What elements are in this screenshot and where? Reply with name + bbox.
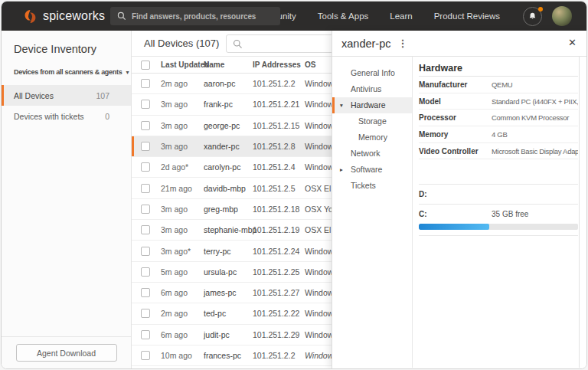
disk-list: D:C:35 GB free — [419, 185, 578, 236]
sidebar-item-count: 107 — [96, 91, 109, 100]
disk-usage-bar — [419, 224, 578, 230]
panel-nav-label: Hardware — [351, 100, 386, 110]
disk-label: C: — [419, 210, 492, 218]
detail-panel-content: Hardware ManufacturerQEMUModelStandard P… — [413, 57, 586, 368]
agent-download-button[interactable]: Agent Download — [16, 344, 117, 362]
row-checkbox[interactable] — [141, 247, 150, 256]
panel-nav-tickets[interactable]: Tickets — [332, 178, 412, 194]
disk-label: D: — [419, 190, 492, 198]
row-checkbox[interactable] — [141, 225, 150, 234]
panel-nav-general-info[interactable]: General Info — [332, 65, 412, 81]
cell-last-updated: 10m ago — [161, 351, 204, 360]
bell-icon — [528, 11, 537, 21]
cell-ip: 101.251.2.29 — [253, 330, 305, 339]
user-avatar[interactable] — [552, 6, 572, 26]
row-checkbox[interactable] — [141, 142, 150, 151]
cell-ip: 101.251.2.24 — [253, 247, 305, 256]
row-checkbox[interactable] — [141, 309, 150, 318]
cell-last-updated: 3m ago* — [161, 247, 204, 256]
notification-dot — [538, 7, 543, 11]
cell-ip: 101.251.2.8 — [253, 142, 305, 151]
cell-last-updated: 3m ago — [161, 205, 204, 214]
sidebar-item-all-devices[interactable]: All Devices107 — [2, 85, 131, 106]
cell-name: james-pc — [204, 288, 253, 297]
scanner-filter-label: Devices from all scanners & agents — [14, 68, 122, 76]
app-window: spiceworks Find answers, products, resou… — [1, 1, 587, 369]
panel-nav-storage[interactable]: Storage — [332, 113, 412, 129]
detail-panel-body: General InfoAntivirus▾HardwareStorageMem… — [332, 57, 586, 368]
spec-row-video-controller: Video ControllerMicrosoft Basic Display … — [419, 143, 578, 160]
scanner-filter-dropdown[interactable]: Devices from all scanners & agents ▾ — [2, 55, 131, 85]
disk-row-c: C:35 GB free — [419, 205, 578, 236]
cell-name: frank-pc — [204, 100, 253, 109]
row-checkbox[interactable] — [141, 100, 150, 109]
panel-nav-software[interactable]: ▸Software — [332, 162, 412, 178]
sidebar-item-count: 0 — [105, 112, 109, 121]
cell-name: stephanie-mbp — [204, 225, 253, 234]
cell-last-updated: 21m ago — [161, 184, 204, 193]
column-header-last-updated[interactable]: Last Updated — [161, 61, 204, 69]
cell-last-updated: 2m ago — [161, 79, 204, 88]
column-header-name[interactable]: Name — [204, 61, 253, 69]
disk-free-space: 35 GB free — [492, 210, 578, 218]
cell-name: george-pc — [204, 121, 253, 130]
row-checkbox[interactable] — [141, 205, 150, 214]
cell-name: davidb-mbp — [204, 184, 253, 193]
row-checkbox[interactable] — [141, 288, 150, 297]
cell-last-updated: 3m ago — [161, 142, 204, 151]
top-nav-learn[interactable]: Learn — [390, 11, 412, 21]
spec-row-memory: Memory4 GB — [419, 126, 578, 143]
cell-name: ted-pc — [204, 309, 253, 318]
panel-nav-memory[interactable]: Memory — [332, 129, 412, 146]
chevron-right-icon: ▸ — [340, 162, 343, 178]
row-checkbox[interactable] — [141, 351, 150, 360]
row-checkbox[interactable] — [141, 121, 150, 130]
search-icon — [233, 39, 243, 49]
spec-row-model: ModelStandard PC (i440FX + PIIX, 1996) — [419, 93, 578, 110]
chevron-down-icon: ▾ — [340, 97, 343, 113]
global-search-placeholder: Find answers, products, resources — [132, 12, 256, 21]
sidebar-item-list: All Devices107Devices with tickets0 — [2, 85, 131, 126]
cell-name: frances-pc — [204, 351, 253, 360]
spec-value: QEMU — [492, 80, 578, 89]
top-nav-product-reviews[interactable]: Product Reviews — [434, 11, 500, 21]
cell-ip: 101.251.2.25 — [253, 267, 305, 277]
row-checkbox[interactable] — [141, 267, 150, 277]
row-checkbox[interactable] — [141, 162, 150, 172]
panel-nav-label: Antivirus — [351, 84, 381, 93]
device-detail-panel: xander-pc ⋮ ✕ General InfoAntivirus▾Hard… — [332, 31, 586, 368]
panel-nav-label: General Info — [351, 68, 395, 77]
cell-ip: 101.251.2.19 — [253, 225, 305, 234]
spiceworks-logo[interactable]: spiceworks — [2, 9, 105, 24]
main-area: Device Inventory Devices from all scanne… — [2, 31, 586, 368]
spec-value: Common KVM Processor — [492, 113, 578, 122]
sidebar-item-devices-with-tickets[interactable]: Devices with tickets0 — [2, 106, 131, 126]
disk-line: C:35 GB free — [419, 205, 578, 224]
top-nav-tools-apps[interactable]: Tools & Apps — [318, 11, 368, 21]
kebab-menu-icon[interactable]: ⋮ — [397, 38, 407, 48]
search-icon — [117, 11, 126, 21]
cell-name: terry-pc — [204, 247, 253, 256]
page-title: Device Inventory — [2, 31, 131, 55]
cell-last-updated: 3m ago — [161, 225, 204, 234]
cell-ip: 101.251.2.4 — [253, 162, 305, 172]
spec-value: Standard PC (i440FX + PIIX, 1996) — [492, 97, 578, 106]
row-checkbox[interactable] — [141, 79, 150, 88]
row-checkbox[interactable] — [141, 330, 150, 339]
panel-nav-network[interactable]: Network — [332, 146, 412, 162]
select-all-checkbox[interactable] — [141, 61, 150, 70]
spec-label: Model — [419, 97, 492, 106]
row-checkbox[interactable] — [141, 184, 150, 193]
cell-name: carolyn-pc — [204, 162, 253, 172]
spec-value: 4 GB — [492, 130, 578, 139]
column-header-ip-addresses[interactable]: IP Addresses — [253, 61, 305, 69]
top-navbar: spiceworks Find answers, products, resou… — [2, 2, 586, 31]
topbar-right-cluster: CommunityTools & AppsLearnProduct Review… — [230, 6, 586, 26]
panel-nav-antivirus[interactable]: Antivirus — [332, 81, 412, 97]
close-icon[interactable]: ✕ — [568, 37, 577, 48]
global-search-input[interactable]: Find answers, products, resources — [110, 7, 280, 25]
cell-ip: 101.251.2.5 — [253, 184, 305, 193]
panel-nav-hardware[interactable]: ▾Hardware — [332, 97, 412, 113]
disk-row-d: D: — [419, 185, 578, 205]
notifications-button[interactable] — [523, 7, 542, 26]
